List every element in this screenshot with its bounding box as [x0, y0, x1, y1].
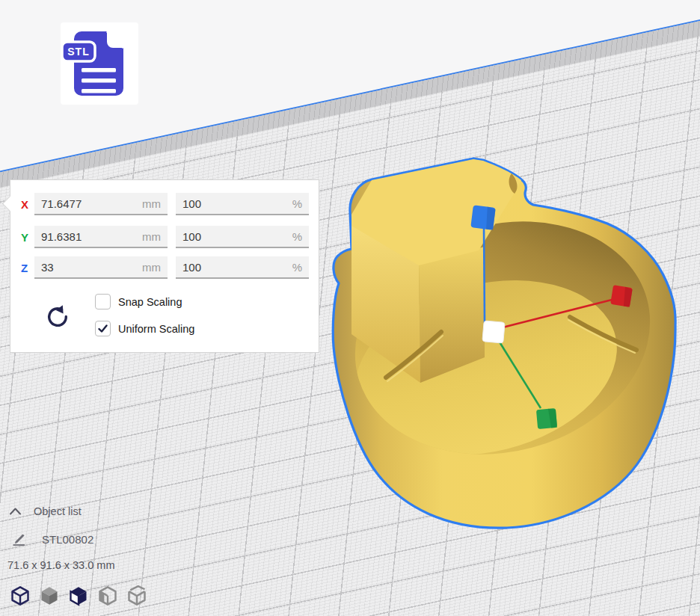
y-size-input[interactable]: 91.6381 mm: [34, 226, 168, 248]
edit-pencil-icon: [10, 532, 27, 546]
z-axis-line: [484, 227, 485, 323]
z-percent-unit: %: [292, 261, 302, 274]
uniform-scaling-row: Uniform Scaling: [95, 321, 194, 336]
z-percent-input[interactable]: 100 %: [176, 256, 309, 279]
x-percent-value: 100: [182, 197, 292, 210]
snap-scaling-row: Snap Scaling: [95, 294, 182, 309]
x-percent-input[interactable]: 100 %: [176, 193, 309, 215]
z-size-input[interactable]: 33 mm: [34, 256, 168, 279]
chevron-up-icon: [9, 507, 22, 516]
scale-row-x: X 71.6477 mm 100 %: [21, 193, 309, 215]
reset-scale-button[interactable]: [45, 304, 70, 330]
y-size-unit: mm: [142, 230, 161, 243]
stl-document-icon: [61, 22, 138, 105]
x-percent-unit: %: [292, 197, 302, 210]
x-size-unit: mm: [142, 197, 161, 210]
view-cube-toolbar: [9, 585, 148, 607]
x-scale-handle[interactable]: [610, 285, 633, 307]
cube-solid-icon[interactable]: [38, 585, 61, 607]
y-size-value: 91.6381: [41, 230, 142, 243]
object-name: STL00802: [42, 533, 93, 546]
scale-row-z: Z 33 mm 100 %: [21, 256, 309, 279]
x-axis-label: X: [21, 198, 34, 211]
cura-viewport-screen: { "file_icon": { "label": "STL", "color"…: [0, 0, 700, 616]
checkmark-icon: [98, 324, 108, 333]
stl-file-thumbnail: [61, 22, 138, 105]
z-percent-value: 100: [182, 261, 292, 274]
scale-row-y: Y 91.6381 mm 100 %: [21, 226, 309, 248]
object-list-label: Object list: [34, 505, 82, 517]
reset-icon: [45, 304, 70, 330]
model-dimensions-readout: 71.6 x 91.6 x 33.0 mm: [7, 559, 114, 571]
y-scale-handle[interactable]: [536, 408, 557, 429]
snap-scaling-checkbox[interactable]: [95, 294, 111, 309]
scale-tool-panel: X 71.6477 mm 100 % Y 91.6381 mm 100 % Z …: [10, 179, 319, 353]
cube-wireframe-icon[interactable]: [9, 585, 31, 607]
object-list-toggle[interactable]: Object list: [9, 505, 82, 517]
object-list-item[interactable]: STL00802: [10, 532, 93, 546]
y-percent-unit: %: [292, 230, 302, 243]
center-scale-handle[interactable]: [482, 321, 505, 343]
y-percent-input[interactable]: 100 %: [176, 226, 309, 248]
snap-scaling-label: Snap Scaling: [118, 296, 182, 308]
cube-lid-icon[interactable]: [126, 585, 148, 607]
z-size-unit: mm: [142, 261, 161, 274]
uniform-scaling-label: Uniform Scaling: [118, 323, 194, 335]
x-size-input[interactable]: 71.6477 mm: [34, 193, 168, 215]
stl-badge-label: STL: [62, 42, 95, 61]
z-size-value: 33: [41, 261, 142, 274]
uniform-scaling-checkbox[interactable]: [95, 321, 111, 336]
y-percent-value: 100: [182, 230, 292, 243]
z-scale-handle[interactable]: [470, 205, 495, 230]
cube-open-face-icon[interactable]: [67, 585, 90, 607]
z-axis-label: Z: [21, 262, 34, 274]
y-axis-label: Y: [21, 231, 34, 244]
x-size-value: 71.6477: [41, 197, 142, 210]
cube-flap-icon[interactable]: [96, 585, 119, 607]
